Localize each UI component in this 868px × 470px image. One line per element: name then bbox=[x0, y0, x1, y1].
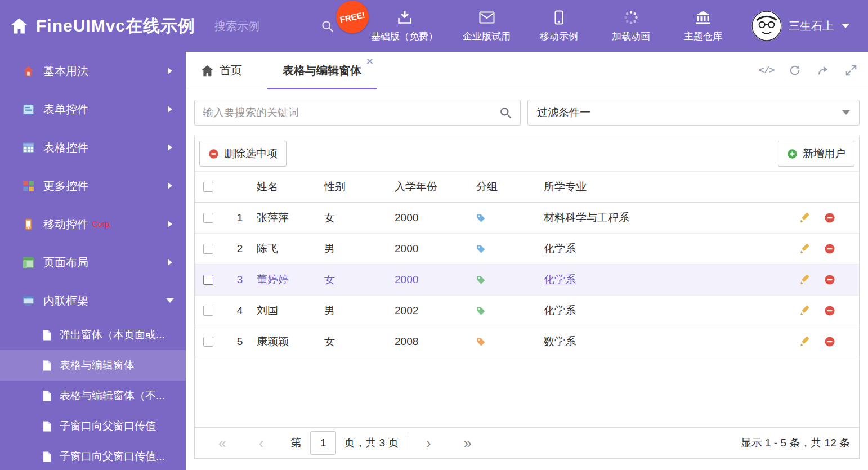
sidebar-subitem-grid-edit-window-2[interactable]: 表格与编辑窗体（不... bbox=[0, 381, 186, 411]
next-page-button[interactable]: › bbox=[426, 436, 431, 450]
row-checkbox[interactable] bbox=[203, 337, 213, 347]
delete-icon[interactable] bbox=[824, 212, 835, 223]
menu-table-icon bbox=[23, 142, 34, 154]
main-content: 首页 表格与编辑窗体 ✕ </> 过滤条件一 bbox=[186, 52, 868, 470]
major-link[interactable]: 数学系 bbox=[544, 335, 576, 347]
sidebar-item-iframe[interactable]: 内联框架 bbox=[0, 281, 186, 320]
chevron-right-icon bbox=[168, 144, 172, 151]
refresh-icon[interactable] bbox=[788, 64, 802, 78]
major-link[interactable]: 化学系 bbox=[544, 274, 576, 285]
add-user-button[interactable]: 新增用户 bbox=[778, 141, 854, 167]
sidebar-item-mobile-controls[interactable]: 移动控件 Corp. bbox=[0, 205, 186, 243]
tab-actions: </> bbox=[759, 52, 858, 89]
sidebar-item-basic-usage[interactable]: 基本用法 bbox=[0, 52, 186, 90]
tab-grid-edit-window[interactable]: 表格与编辑窗体 ✕ bbox=[267, 52, 377, 89]
chevron-right-icon bbox=[168, 259, 172, 266]
page-label-suffix: 页，共 3 页 bbox=[344, 436, 399, 450]
column-gender: 性别 bbox=[324, 180, 395, 194]
edit-icon[interactable] bbox=[799, 243, 811, 254]
expand-icon[interactable] bbox=[844, 64, 858, 78]
row-checkbox[interactable] bbox=[203, 306, 213, 316]
tab-home[interactable]: 首页 bbox=[194, 52, 249, 89]
sidebar-subitem-grid-edit-window[interactable]: 表格与编辑窗体 bbox=[0, 350, 186, 381]
nav-enterprise-trial[interactable]: 企业版试用 bbox=[463, 10, 511, 43]
source-code-icon[interactable]: </> bbox=[759, 64, 773, 78]
cell-gender: 女 bbox=[324, 211, 395, 225]
table-row[interactable]: 5 康颖颖 女 2008 数学系 bbox=[195, 326, 859, 357]
delete-icon[interactable] bbox=[824, 243, 835, 254]
prev-page-button[interactable]: ‹ bbox=[259, 436, 263, 450]
cell-gender: 男 bbox=[324, 303, 395, 318]
close-icon[interactable]: ✕ bbox=[366, 57, 374, 66]
menu-home-icon bbox=[23, 65, 34, 77]
sidebar-item-label: 移动控件 bbox=[43, 217, 88, 232]
major-link[interactable]: 化学系 bbox=[544, 305, 576, 316]
nav-mobile-demo[interactable]: 移动示例 bbox=[535, 10, 583, 43]
last-page-button[interactable]: » bbox=[464, 436, 472, 450]
edit-icon[interactable] bbox=[799, 305, 811, 316]
sidebar-item-page-layout[interactable]: 页面布局 bbox=[0, 243, 186, 281]
chevron-right-icon bbox=[168, 106, 172, 113]
pager-divider bbox=[408, 436, 408, 450]
edit-icon[interactable] bbox=[799, 212, 811, 223]
row-checkbox[interactable] bbox=[203, 213, 213, 223]
nav-basic-edition[interactable]: FREE! 基础版（免费） bbox=[371, 10, 438, 43]
row-checkbox[interactable] bbox=[203, 244, 213, 254]
sidebar-item-label: 内联框架 bbox=[43, 293, 88, 308]
table-row[interactable]: 4 刘国 男 2002 化学系 bbox=[195, 296, 859, 326]
column-name: 姓名 bbox=[257, 180, 324, 194]
sidebar-subitem-popup-window[interactable]: 弹出窗体（本页面或... bbox=[0, 320, 186, 350]
edit-icon[interactable] bbox=[799, 336, 811, 347]
edit-icon[interactable] bbox=[799, 274, 811, 285]
first-page-button[interactable]: « bbox=[218, 436, 226, 450]
delete-selected-button[interactable]: 删除选中项 bbox=[199, 141, 287, 167]
sidebar-item-label: 表格控件 bbox=[43, 140, 88, 155]
nav-loading-animation[interactable]: 加载动画 bbox=[607, 10, 655, 43]
sidebar-subitem-child-to-parent-2[interactable]: 子窗口向父窗口传值... bbox=[0, 441, 186, 470]
app-title: FineUIMvc在线示例 bbox=[36, 15, 195, 38]
header-search[interactable]: 搜索示例 bbox=[214, 19, 334, 34]
sidebar-item-label: 页面布局 bbox=[43, 255, 88, 270]
chevron-down-icon bbox=[842, 24, 849, 28]
table-row[interactable]: 3 董婷婷 女 2000 化学系 bbox=[195, 265, 859, 296]
home-tab-icon bbox=[201, 65, 214, 77]
data-grid: 删除选中项 新增用户 姓名 性别 入学年份 分组 所学专业 1 张萍萍 女 20… bbox=[194, 136, 860, 459]
nav-theme-repo[interactable]: 主题仓库 bbox=[679, 10, 727, 43]
tab-label: 表格与编辑窗体 bbox=[283, 63, 361, 78]
search-button[interactable] bbox=[491, 106, 520, 119]
tag-icon bbox=[476, 337, 486, 347]
delete-icon[interactable] bbox=[824, 274, 835, 285]
chevron-right-icon bbox=[168, 221, 172, 227]
search-icon bbox=[321, 20, 334, 33]
sidebar-item-more-controls[interactable]: 更多控件 bbox=[0, 167, 186, 205]
major-link[interactable]: 材料科学与工程系 bbox=[544, 212, 629, 223]
table-row[interactable]: 1 张萍萍 女 2000 材料科学与工程系 bbox=[195, 203, 859, 234]
sidebar-item-form-controls[interactable]: 表单控件 bbox=[0, 90, 186, 128]
row-checkbox[interactable] bbox=[203, 275, 213, 285]
keyword-search-input[interactable] bbox=[195, 106, 491, 119]
delete-icon[interactable] bbox=[824, 336, 835, 347]
major-link[interactable]: 化学系 bbox=[544, 243, 576, 254]
sidebar-item-label: 表单控件 bbox=[43, 102, 88, 117]
column-major: 所学专业 bbox=[544, 180, 786, 194]
cell-year: 2000 bbox=[395, 243, 476, 255]
sidebar-item-grid-controls[interactable]: 表格控件 bbox=[0, 128, 186, 167]
delete-icon[interactable] bbox=[824, 305, 835, 316]
user-name: 三生石上 bbox=[789, 19, 834, 34]
row-index: 4 bbox=[223, 305, 257, 317]
search-icon bbox=[499, 106, 512, 119]
select-all-checkbox[interactable] bbox=[203, 182, 213, 192]
sidebar-subitem-child-to-parent[interactable]: 子窗口向父窗口传值 bbox=[0, 411, 186, 441]
filter-dropdown[interactable]: 过滤条件一 bbox=[527, 100, 860, 126]
share-icon[interactable] bbox=[816, 64, 830, 78]
user-menu[interactable]: 三生石上 bbox=[751, 11, 849, 41]
table-row[interactable]: 2 陈飞 男 2000 化学系 bbox=[195, 234, 859, 265]
page-number-input[interactable] bbox=[310, 431, 336, 455]
home-icon[interactable] bbox=[10, 17, 28, 34]
nav-label: 基础版（免费） bbox=[371, 30, 438, 43]
file-icon bbox=[43, 421, 52, 432]
tag-icon bbox=[476, 306, 486, 316]
cell-gender: 女 bbox=[324, 334, 395, 349]
corp-badge: Corp. bbox=[92, 220, 111, 229]
record-summary: 显示 1 - 5 条，共 12 条 bbox=[741, 436, 850, 450]
